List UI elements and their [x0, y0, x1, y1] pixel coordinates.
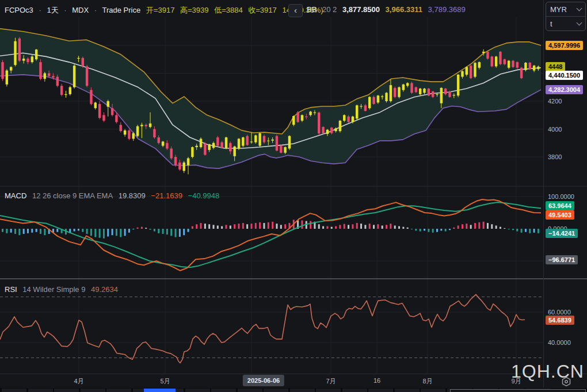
candle-body — [356, 105, 358, 118]
macd-histogram-bar — [424, 229, 425, 230]
axis-price-badge: 4,440.1500 — [546, 71, 583, 80]
candle-body — [31, 56, 33, 62]
candle-body — [305, 117, 307, 117]
macd-histogram-bar — [268, 222, 269, 229]
unit-value: t — [550, 20, 552, 28]
candle-body — [330, 128, 333, 133]
candle-body — [440, 88, 443, 103]
macd-histogram-bar — [94, 229, 96, 237]
candle-body — [204, 144, 206, 155]
separator-dot: · — [39, 6, 41, 14]
candle-body — [238, 139, 240, 148]
candle-body — [343, 115, 345, 121]
axis-price-badge: 49.5403 — [546, 210, 574, 220]
macd-histogram-bar — [82, 229, 83, 232]
unit-dropdown[interactable]: t — [546, 17, 585, 30]
exchange-label: MDX — [72, 6, 89, 14]
time-tick-label: 16 — [373, 377, 380, 384]
candle-body — [263, 136, 265, 143]
macd-histogram-bar — [213, 225, 215, 229]
rsi-indicator-name[interactable]: RSI — [5, 285, 17, 294]
macd-hist-value: 19.8309 — [119, 191, 146, 200]
bottom-strip-segment — [2, 389, 26, 392]
settings-gear-icon[interactable] — [561, 376, 572, 390]
symbol-name[interactable]: FCPOc3 — [5, 6, 33, 14]
bottom-strip-segment — [211, 389, 236, 392]
candle-body — [398, 87, 400, 97]
currency-dropdown[interactable]: MYR — [546, 2, 585, 16]
candle-body — [364, 105, 367, 111]
candle-body — [233, 147, 235, 156]
interval-label[interactable]: 1天 — [47, 6, 58, 14]
macd-histogram-bar — [491, 224, 493, 229]
macd-indicator-name[interactable]: MACD — [5, 191, 26, 200]
macd-histogram-bar — [436, 229, 438, 232]
candle-body — [170, 148, 173, 158]
candle-body — [372, 97, 375, 104]
macd-histogram-bar — [272, 222, 273, 229]
axis-price-badge: 4,597.9996 — [546, 41, 583, 50]
bottom-strip-active-segment[interactable] — [144, 389, 176, 392]
candle-body — [292, 116, 295, 125]
macd-histogram-bar — [259, 222, 261, 229]
macd-histogram-bar — [458, 225, 459, 229]
macd-histogram-bar — [242, 223, 244, 229]
candle-body — [470, 66, 472, 78]
candle-body — [69, 87, 71, 94]
candle-body — [111, 108, 113, 115]
candle-body — [284, 147, 286, 153]
macd-histogram-bar — [348, 225, 349, 229]
chevron-down-icon — [577, 20, 582, 26]
candle-body — [6, 71, 8, 84]
candle-body — [280, 146, 282, 153]
candle-body — [39, 62, 41, 79]
trading-chart-app: FCPOc3 · 1天 · MDX · Trade Price 开=3917 高… — [0, 0, 587, 392]
candle-body — [296, 112, 299, 122]
candle-body — [267, 141, 269, 141]
candle-body — [390, 85, 392, 101]
candle-body — [212, 143, 215, 148]
bottom-strip-segment — [238, 389, 262, 392]
candle-body — [276, 136, 278, 151]
separator-dot: · — [64, 6, 66, 14]
candle-body — [220, 143, 223, 148]
axis-tick-label: 3800 — [548, 153, 562, 160]
macd-histogram-bar — [141, 227, 143, 229]
bb-indicator-name[interactable]: BB — [307, 5, 317, 14]
macd-histogram-bar — [402, 227, 404, 229]
candle-body — [322, 127, 324, 133]
candle-body — [174, 157, 177, 166]
series-type-label: Trade Price — [102, 6, 141, 14]
candle-body — [166, 143, 168, 149]
macd-histogram-bar — [225, 225, 227, 229]
candle-body — [102, 115, 105, 121]
candle-body — [107, 101, 109, 107]
macd-histogram-bar — [150, 229, 151, 230]
macd-histogram-bar — [521, 229, 523, 233]
watermark: 1QH.CN — [511, 361, 584, 382]
candle-body — [242, 137, 244, 146]
candle-body — [132, 133, 135, 139]
macd-histogram-bar — [246, 224, 248, 229]
ohlc-close: 收=3917 — [248, 6, 277, 14]
macd-histogram-bar — [407, 228, 409, 229]
candle-body — [533, 66, 535, 70]
candle-body — [10, 67, 12, 71]
macd-histogram-bar — [200, 223, 202, 229]
macd-line-value: −21.1639 — [151, 191, 182, 200]
candle-body — [461, 71, 463, 77]
candle-body — [419, 89, 421, 94]
macd-histogram-bar — [318, 224, 320, 229]
candle-body — [98, 104, 101, 118]
macd-histogram-bar — [533, 229, 535, 233]
candle-body — [124, 130, 126, 134]
collapse-legend-button[interactable]: ‹ — [288, 4, 303, 17]
candle-body — [478, 62, 481, 68]
candle-body — [60, 86, 63, 95]
chevron-down-icon — [577, 6, 582, 11]
candle-body — [495, 56, 497, 66]
candle-body — [250, 141, 253, 142]
candle-body — [428, 89, 430, 95]
candle-body — [314, 112, 316, 113]
time-tick-label: 7月 — [326, 377, 336, 386]
